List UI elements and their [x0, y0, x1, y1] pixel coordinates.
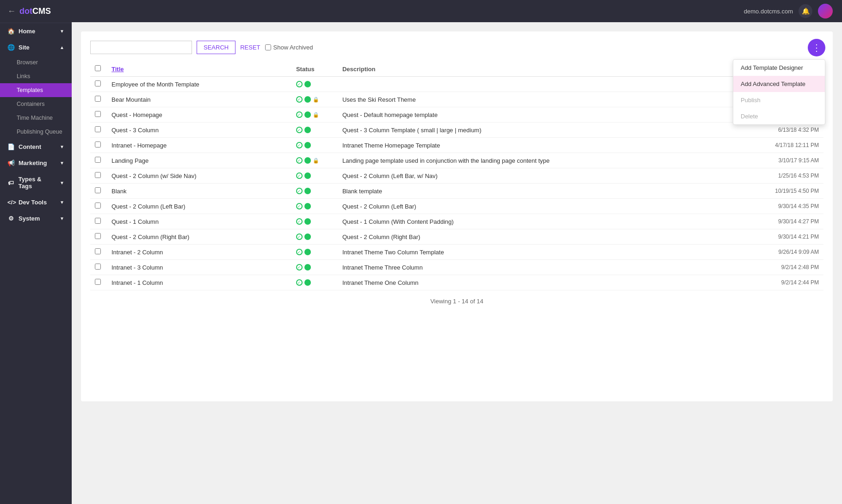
status-filled-icon [304, 111, 311, 118]
row-title[interactable]: Quest - 3 Column [107, 123, 291, 138]
description-column-header: Description [338, 61, 749, 77]
row-title[interactable]: Intranet - Homepage [107, 138, 291, 153]
row-checkbox[interactable] [95, 218, 101, 224]
row-title[interactable]: Intranet - 1 Column [107, 275, 291, 290]
row-description: Landing page template used in conjunctio… [338, 153, 749, 168]
status-filled-icon [304, 249, 311, 255]
fab-button[interactable]: ⋮ [808, 39, 825, 56]
sidebar-item-content[interactable]: 📄 Content ▼ [0, 139, 72, 155]
row-checkbox[interactable] [95, 203, 101, 209]
sidebar-item-browser[interactable]: Browser [0, 55, 72, 69]
row-title[interactable]: Bear Mountain [107, 92, 291, 107]
sidebar-item-dev-tools[interactable]: </> Dev Tools ▼ [0, 194, 72, 210]
row-title[interactable]: Employee of the Month Template [107, 77, 291, 92]
topbar: demo.dotcms.com 🔔 [72, 0, 842, 22]
chevron-down-icon: ▼ [60, 200, 64, 205]
status-filled-icon [304, 157, 311, 164]
sidebar-item-containers[interactable]: Containers [0, 97, 72, 111]
content-area: SEARCH RESET Show Archived ⋮ Add Templat… [72, 22, 842, 504]
row-checkbox[interactable] [95, 172, 101, 178]
show-archived-label[interactable]: Show Archived [265, 44, 313, 51]
show-archived-checkbox[interactable] [265, 44, 271, 50]
sidebar-item-marketing[interactable]: 📢 Marketing ▼ [0, 155, 72, 171]
row-checkbox[interactable] [95, 157, 101, 163]
row-checkbox[interactable] [95, 126, 101, 132]
row-status: ✓ [291, 245, 338, 260]
sidebar-item-types-tags[interactable]: 🏷 Types & Tags ▼ [0, 171, 72, 194]
row-title[interactable]: Quest - Homepage [107, 107, 291, 123]
row-checkbox[interactable] [95, 264, 101, 270]
home-icon: 🏠 [7, 28, 15, 35]
sidebar-item-time-machine[interactable]: Time Machine [0, 111, 72, 125]
row-title[interactable]: Quest - 2 Column (w/ Side Nav) [107, 168, 291, 184]
back-button[interactable]: ← [7, 6, 16, 16]
dropdown-item-add-template-designer[interactable]: Add Template Designer [733, 60, 825, 76]
marketing-icon: 📢 [7, 160, 15, 166]
search-button[interactable]: SEARCH [197, 41, 235, 54]
row-checkbox[interactable] [95, 248, 101, 254]
row-status: ✓ [291, 199, 338, 214]
chevron-down-icon: ▼ [60, 160, 64, 166]
row-date: 10/19/15 4:50 PM [749, 184, 823, 199]
row-title[interactable]: Intranet - 2 Column [107, 245, 291, 260]
sidebar: ← dotCMS 🏠 Home ▼ 🌐 Site ▲ Browser Links… [0, 0, 72, 504]
dropdown-menu: Add Template Designer Add Advanced Templ… [733, 59, 825, 125]
status-circle-icon: ✓ [296, 279, 303, 286]
row-title[interactable]: Blank [107, 184, 291, 199]
templates-table: Title Status Description Employee of the… [90, 61, 823, 290]
table-row: Intranet - 1 Column✓ Intranet Theme One … [90, 275, 823, 290]
row-status: ✓ 🔒 [291, 153, 338, 168]
row-status: ✓ [291, 275, 338, 290]
row-status: ✓ 🔒 [291, 92, 338, 107]
row-date: 3/10/17 9:15 AM [749, 153, 823, 168]
row-title[interactable]: Intranet - 3 Column [107, 260, 291, 275]
select-all-checkbox[interactable] [95, 65, 101, 71]
sidebar-item-links[interactable]: Links [0, 69, 72, 83]
lock-icon: 🔒 [313, 97, 319, 103]
row-checkbox[interactable] [95, 279, 101, 285]
row-checkbox[interactable] [95, 111, 101, 117]
row-status: ✓ 🔒 [291, 107, 338, 123]
row-checkbox[interactable] [95, 80, 101, 86]
site-icon: 🌐 [7, 44, 15, 51]
reset-button[interactable]: RESET [240, 44, 260, 51]
row-checkbox[interactable] [95, 96, 101, 102]
row-status: ✓ [291, 123, 338, 138]
row-status: ✓ [291, 184, 338, 199]
main-area: demo.dotcms.com 🔔 SEARCH RESET Show Arch… [72, 0, 842, 504]
row-description: Quest - 2 Column (Right Bar) [338, 229, 749, 245]
search-input[interactable] [90, 41, 192, 54]
title-column-header[interactable]: Title [107, 61, 291, 77]
row-title[interactable]: Quest - 1 Column [107, 214, 291, 229]
row-title[interactable]: Quest - 2 Column (Right Bar) [107, 229, 291, 245]
avatar-image [818, 4, 833, 18]
status-filled-icon [304, 96, 311, 103]
dropdown-item-publish: Publish [733, 92, 825, 108]
table-row: Quest - 3 Column✓ Quest - 3 Column Templ… [90, 123, 823, 138]
row-title[interactable]: Quest - 2 Column (Left Bar) [107, 199, 291, 214]
table-row: Landing Page✓ 🔒Landing page template use… [90, 153, 823, 168]
table-row: Intranet - Homepage✓ Intranet Theme Home… [90, 138, 823, 153]
row-checkbox[interactable] [95, 187, 101, 193]
row-checkbox[interactable] [95, 233, 101, 239]
content-icon: 📄 [7, 143, 15, 150]
row-date: 9/30/14 4:35 PM [749, 199, 823, 214]
dropdown-item-add-advanced-template[interactable]: Add Advanced Template [733, 76, 825, 92]
status-circle-icon: ✓ [296, 157, 303, 164]
status-filled-icon [304, 127, 311, 133]
dropdown-item-delete: Delete [733, 108, 825, 124]
table-row: Intranet - 3 Column✓ Intranet Theme Thre… [90, 260, 823, 275]
status-circle-icon: ✓ [296, 96, 303, 103]
sidebar-item-system[interactable]: ⚙ System ▼ [0, 210, 72, 227]
row-checkbox[interactable] [95, 141, 101, 148]
sidebar-item-publishing-queue[interactable]: Publishing Queue [0, 125, 72, 139]
sidebar-item-site[interactable]: 🌐 Site ▲ [0, 39, 72, 55]
status-filled-icon [304, 142, 311, 148]
sidebar-item-templates[interactable]: Templates [0, 83, 72, 97]
sidebar-item-home[interactable]: 🏠 Home ▼ [0, 23, 72, 39]
row-title[interactable]: Landing Page [107, 153, 291, 168]
viewing-count: Viewing 1 - 14 of 14 [90, 290, 823, 312]
notification-bell-button[interactable]: 🔔 [799, 4, 812, 18]
chevron-down-icon: ▼ [60, 216, 64, 221]
user-avatar[interactable] [818, 4, 833, 18]
